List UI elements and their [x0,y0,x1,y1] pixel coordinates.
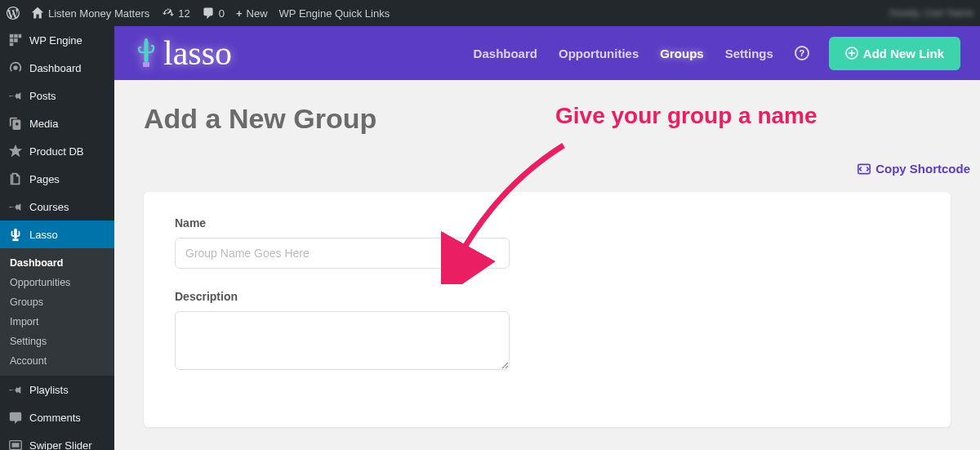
plugin-nav-groups[interactable]: Groups [660,47,703,60]
lasso-logo[interactable]: lasso [134,33,232,73]
adminbar-comments[interactable]: 0 [202,7,225,20]
wp-menu-wp-engine[interactable]: WP Engine [0,26,114,54]
svg-rect-6 [11,175,12,185]
wp-menu-playlists[interactable]: Playlists [0,376,114,403]
wp-submenu-account[interactable]: Account [0,351,114,371]
wp-menu-swiper-slider[interactable]: Swiper Slider [0,431,114,450]
plugin-nav: DashboardOpportunitiesGroupsSettings? [474,46,809,60]
wp-submenu-import[interactable]: Import [0,312,114,332]
wp-menu-dashboard[interactable]: Dashboard [0,54,114,82]
wp-menu-label: Posts [29,90,56,102]
svg-rect-11 [143,62,149,67]
annotation-arrow-icon [441,137,588,284]
wp-menu-label: Pages [29,173,60,185]
wp-menu-label: Media [29,118,58,130]
wp-menu-courses[interactable]: Courses [0,193,114,221]
page-title: Add a New Group [144,103,951,135]
wp-menu-label: Lasso [29,229,58,241]
wp-logo[interactable] [7,7,20,20]
adminbar-updates[interactable]: 12 [161,7,189,20]
add-link-label: Add New Link [863,47,944,60]
comment-icon [202,7,215,20]
wp-admin-bar: Listen Money Matters 12 0 +New WP Engine… [0,0,980,26]
wp-menu-pages[interactable]: Pages [0,165,114,193]
wp-submenu-settings[interactable]: Settings [0,332,114,351]
wp-submenu: DashboardOpportunitiesGroupsImportSettin… [0,248,114,376]
wp-menu-label: Playlists [29,384,69,396]
svg-rect-1 [14,34,18,38]
engine-icon [8,33,23,47]
site-name-label: Listen Money Matters [48,7,149,20]
home-icon [31,7,44,20]
pin-icon [8,382,23,397]
plus-icon: + [236,7,243,20]
adminbar-new[interactable]: +New [236,7,268,20]
slider-icon [8,438,23,450]
svg-rect-2 [19,34,22,38]
annotation-text: Give your group a name [555,103,817,129]
logo-text: lasso [163,33,232,73]
wp-menu-label: Product DB [29,145,83,158]
new-label: New [247,7,268,20]
svg-rect-5 [10,43,13,47]
group-description-input[interactable] [175,311,510,370]
adminbar-quicklinks[interactable]: WP Engine Quick Links [279,7,390,20]
wp-submenu-opportunities[interactable]: Opportunities [0,273,114,292]
svg-rect-3 [10,38,13,42]
plugin-nav-dashboard[interactable]: Dashboard [474,47,537,60]
description-field-group: Description [175,290,920,373]
refresh-icon [161,7,174,20]
plugin-nav-opportunities[interactable]: Opportunities [559,47,639,60]
content-area: lasso DashboardOpportunitiesGroupsSettin… [114,26,980,450]
wp-menu-lasso[interactable]: Lasso [0,221,114,248]
svg-rect-0 [10,34,13,38]
star-icon [8,144,23,158]
svg-rect-7 [14,229,17,239]
wp-menu-product-db[interactable]: Product DB [0,137,114,165]
wordpress-icon [7,7,20,20]
plugin-nav-settings[interactable]: Settings [725,47,773,60]
wp-menu-label: WP Engine [29,34,82,47]
svg-rect-8 [12,238,18,241]
svg-rect-12 [145,41,149,62]
svg-rect-4 [14,38,18,42]
shortcode-icon [858,163,871,175]
updates-count: 12 [178,7,189,20]
adminbar-site[interactable]: Listen Money Matters [31,7,149,20]
plus-circle-icon [845,47,858,60]
page-body: Add a New Group Give your group a name C… [114,80,980,450]
copy-shortcode-button[interactable]: Copy Shortcode [858,162,970,176]
wp-menu-label: Comments [29,412,81,424]
help-icon[interactable]: ? [795,46,809,60]
wp-submenu-dashboard[interactable]: Dashboard [0,253,114,273]
wp-submenu-groups[interactable]: Groups [0,292,114,312]
cactus-icon [8,227,23,242]
media-icon [8,116,23,131]
quicklinks-label: WP Engine Quick Links [279,7,390,20]
wp-menu-label: Courses [29,201,69,213]
adminbar-left: Listen Money Matters 12 0 +New WP Engine… [7,7,390,20]
copy-shortcode-label: Copy Shortcode [875,162,970,176]
wp-menu-label: Dashboard [29,62,82,74]
svg-rect-10 [12,443,20,447]
wp-menu-media[interactable]: Media [0,109,114,137]
pin-icon [8,88,23,103]
add-new-link-button[interactable]: Add New Link [829,37,960,70]
comment-icon [8,410,23,425]
wp-admin-sidebar: WP EngineDashboardPostsMediaProduct DBPa… [0,26,114,450]
dashboard-icon [8,60,23,75]
pin-icon [8,199,23,214]
wp-menu-comments[interactable]: Comments [0,403,114,431]
description-label: Description [175,290,920,303]
plugin-header: lasso DashboardOpportunitiesGroupsSettin… [114,26,980,80]
wp-menu-label: Swiper Slider [29,439,92,451]
comments-count: 0 [219,7,225,20]
wp-menu-posts[interactable]: Posts [0,82,114,109]
adminbar-user[interactable]: Howdy, User Name [889,7,973,19]
pages-icon [8,172,23,186]
cactus-icon [134,38,158,69]
